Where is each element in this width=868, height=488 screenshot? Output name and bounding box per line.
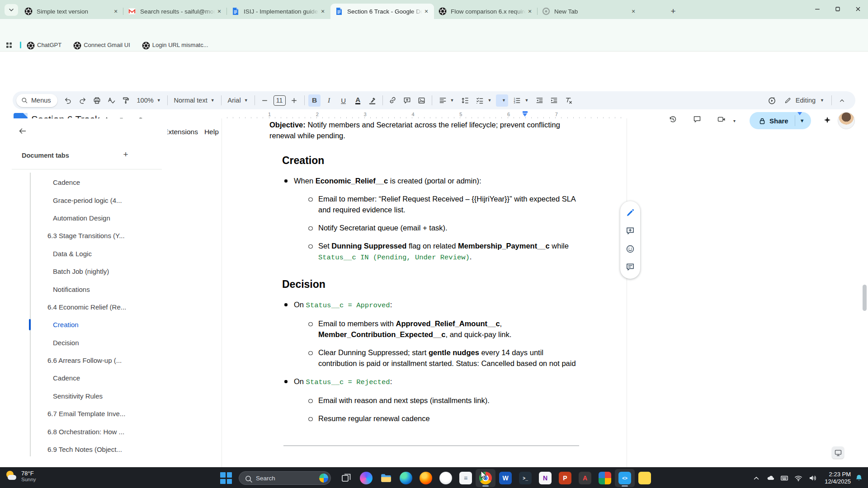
sidebar-item-batch-job-nightly[interactable]: Batch Job (nightly) (0, 263, 163, 280)
sidebar-item-decision[interactable]: Decision (0, 334, 163, 352)
tab-close-icon[interactable]: × (629, 7, 637, 15)
sidebar-item-6-7-email-template-inve[interactable]: 6.7 Email Template Inve... (0, 405, 163, 422)
spell-check-button[interactable] (105, 94, 118, 107)
taskbar-app-acrobat[interactable]: A (575, 469, 595, 487)
taskbar-app-terminal[interactable]: >_ (515, 469, 535, 487)
tab-close-icon[interactable]: × (112, 7, 120, 15)
touch-keyboard-icon[interactable] (780, 474, 789, 483)
volume-icon[interactable] (808, 474, 817, 483)
minimize-button[interactable] (807, 0, 827, 18)
taskbar-search[interactable]: Search (239, 471, 331, 485)
close-button[interactable] (848, 0, 868, 18)
taskbar-app-office[interactable] (595, 469, 615, 487)
paint-format-button[interactable] (120, 94, 132, 107)
taskbar-app-file-explorer[interactable] (376, 469, 396, 487)
sidebar-item-6-4-economic-relief-re[interactable]: 6.4 Economic Relief (Re... (0, 298, 163, 316)
bookmark-3[interactable]: Login URL mismatc... (142, 42, 208, 49)
add-comment-button[interactable] (401, 94, 413, 107)
wifi-icon[interactable] (794, 474, 803, 483)
browser-tab-1[interactable]: Simple text version× (20, 4, 123, 19)
taskbar-app-task-view[interactable] (336, 469, 356, 487)
taskbar-app-edge[interactable] (396, 469, 416, 487)
sidebar-item-6-9-tech-notes-object[interactable]: 6.9 Tech Notes (Object... (0, 441, 163, 458)
apps-grid-icon[interactable] (5, 41, 14, 50)
gemini-sparkle-icon[interactable] (823, 116, 833, 126)
sidebar-item-grace-period-logic-4[interactable]: Grace-period logic (4... (0, 191, 163, 209)
chevron-down-icon[interactable]: ▾ (733, 118, 740, 130)
italic-button[interactable]: I (323, 94, 335, 107)
right-indent-marker[interactable] (797, 112, 802, 115)
maximize-button[interactable] (827, 0, 848, 18)
comments-icon[interactable] (693, 115, 704, 127)
bookmark-1[interactable]: ChatGPT (27, 42, 61, 49)
menus-search-button[interactable]: Menus (16, 94, 57, 107)
back-arrow-icon[interactable] (18, 127, 32, 140)
hanging-indent-marker[interactable] (523, 113, 527, 117)
checklist-button[interactable]: ▼ (473, 94, 494, 107)
side-widget-icon[interactable] (832, 446, 844, 459)
browser-tab-3[interactable]: ISIJ - Implementation guide - G× (227, 4, 330, 19)
weather-widget[interactable]: 78°FSunny (5, 470, 36, 483)
collapse-toolbar-icon[interactable] (836, 94, 848, 107)
add-tab-button[interactable]: + (120, 149, 131, 160)
undo-button[interactable] (62, 94, 74, 107)
taskbar-app-copilot[interactable] (356, 469, 376, 487)
bookmark-2[interactable]: Connect Gmail UI (73, 42, 130, 49)
tab-close-icon[interactable]: × (215, 7, 223, 15)
taskbar-app-powerpoint[interactable]: P (555, 469, 575, 487)
clear-format-button[interactable] (562, 94, 575, 107)
bulleted-list-button[interactable]: ▼ (496, 94, 508, 107)
insert-image-button[interactable] (415, 94, 428, 107)
redo-button[interactable] (76, 94, 89, 107)
account-avatar[interactable] (838, 112, 855, 129)
taskbar-clock[interactable]: 2:23 PM12/4/2025 (825, 471, 851, 485)
new-tab-button[interactable]: + (667, 5, 679, 17)
text-color-button[interactable]: A (352, 94, 364, 107)
sidebar-item-creation[interactable]: Creation (0, 316, 163, 333)
font-selector[interactable]: Arial▼ (225, 94, 251, 107)
tray-chevron-up-icon[interactable] (752, 474, 761, 483)
onedrive-icon[interactable] (766, 474, 775, 483)
browser-tab-2[interactable]: Search results - saiful@moment× (123, 4, 227, 19)
tab-search-button[interactable] (5, 4, 18, 16)
plus-button[interactable] (288, 94, 300, 107)
sidebar-item-cadence[interactable]: Cadence (0, 174, 163, 191)
indent-button[interactable] (548, 94, 560, 107)
sidebar-item-cadence[interactable]: Cadence (0, 369, 163, 387)
present-icon[interactable] (766, 94, 778, 107)
bold-button[interactable]: B (308, 94, 321, 107)
document-page[interactable]: Objective: Notify members and Secretaria… (222, 118, 627, 467)
sidebar-item-notifications[interactable]: Notifications (0, 280, 163, 298)
outdent-button[interactable] (533, 94, 546, 107)
line-spacing-button[interactable] (459, 94, 471, 107)
taskbar-app-notepad[interactable]: ≡ (456, 469, 476, 487)
version-history-icon[interactable] (668, 115, 680, 127)
numbered-list-button[interactable]: 123▼ (510, 94, 531, 107)
tab-close-icon[interactable]: × (422, 7, 430, 15)
emoji-reaction-button[interactable] (620, 240, 640, 258)
start-button[interactable] (220, 472, 232, 484)
suggest-edits-button[interactable] (620, 204, 640, 222)
underline-button[interactable]: U (337, 94, 349, 107)
browser-tab-5[interactable]: Flow comparison 6.x requireme× (434, 4, 538, 19)
taskbar-app-firefox[interactable] (416, 469, 436, 487)
sidebar-item-6-3-stage-transitions-y[interactable]: 6.3 Stage Transitions (Y... (0, 227, 163, 244)
taskbar-app-sticky-notes[interactable] (635, 469, 655, 487)
sidebar-item-sensitivity-rules[interactable]: Sensitivity Rules (0, 387, 163, 405)
link-button[interactable] (387, 94, 399, 107)
taskbar-app-vscode[interactable]: <> (615, 469, 635, 487)
sidebar-item-automation-design[interactable]: Automation Design (0, 209, 163, 227)
minus-button[interactable] (259, 94, 271, 107)
zoom-selector[interactable]: 100%▼ (134, 94, 164, 107)
view-comments-button[interactable] (620, 258, 640, 276)
menu-help[interactable]: Help (201, 127, 222, 137)
tab-close-icon[interactable]: × (526, 7, 534, 15)
sidebar-item-6-8-orchestration-how[interactable]: 6.8 Orchestration: How ... (0, 422, 163, 440)
video-call-icon[interactable] (717, 115, 729, 127)
tab-close-icon[interactable]: × (319, 7, 327, 15)
align-button[interactable]: ▼ (436, 94, 457, 107)
editing-mode-selector[interactable]: Editing▼ (779, 94, 829, 107)
taskbar-app-word[interactable]: W (495, 469, 515, 487)
taskbar-app-opera[interactable] (436, 469, 456, 487)
taskbar-app-onenote[interactable]: N (535, 469, 555, 487)
